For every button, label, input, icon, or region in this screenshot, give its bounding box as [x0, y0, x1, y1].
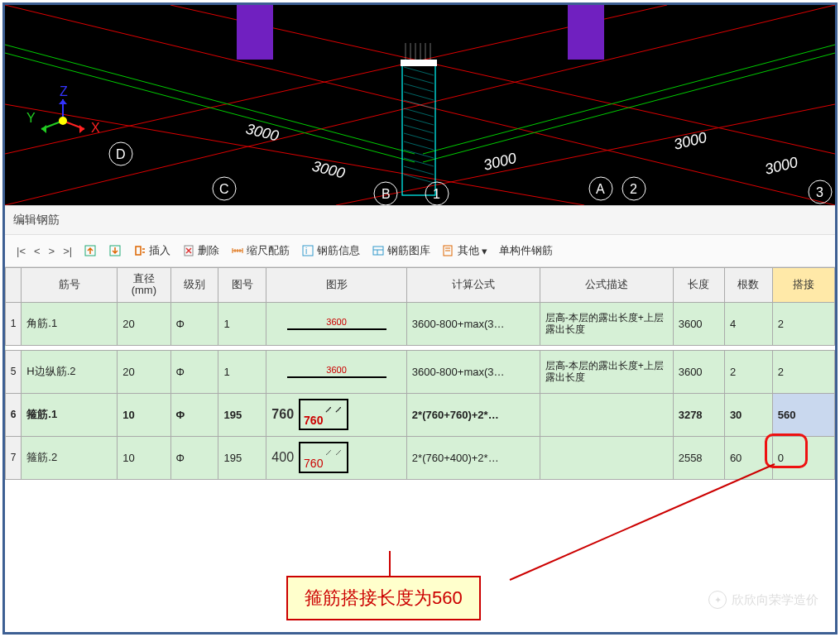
rebar-info-button[interactable]: i钢筋信息	[298, 242, 363, 260]
cell-name[interactable]: H边纵筋.2	[22, 350, 118, 393]
svg-rect-27	[401, 60, 437, 66]
row-number: 6	[6, 393, 22, 436]
svg-line-8	[423, 45, 835, 154]
import-down-icon[interactable]	[105, 242, 125, 259]
cell-lap[interactable]: 560	[772, 393, 834, 436]
cell-formula[interactable]: 2*(760+400)+2*…	[406, 436, 540, 479]
cell-grade[interactable]: Φ	[170, 436, 218, 479]
cell-qty[interactable]: 4	[724, 302, 772, 345]
annotation-callout: 箍筋搭接长度为560	[286, 576, 481, 620]
svg-line-16	[404, 92, 434, 100]
svg-line-13	[404, 67, 434, 75]
cell-grade[interactable]: Φ	[170, 302, 218, 345]
col-length[interactable]: 长度	[673, 268, 724, 303]
cell-qty[interactable]: 30	[724, 393, 772, 436]
cell-length[interactable]: 3600	[673, 350, 724, 393]
col-rownum	[6, 268, 22, 303]
cell-diameter[interactable]: 10	[118, 436, 170, 479]
svg-rect-11	[568, 5, 604, 60]
scale-rebar-button[interactable]: 缩尺配筋	[228, 242, 293, 260]
col-desc[interactable]: 公式描述	[540, 268, 673, 303]
svg-line-19	[404, 117, 434, 125]
nav-next[interactable]: >	[49, 245, 55, 257]
col-formula[interactable]: 计算公式	[406, 268, 540, 303]
table-row[interactable]: 1角筋.120Φ136003600-800+max(3…层高-本层的露出长度+上…	[6, 302, 835, 345]
other-button[interactable]: 其他 ▾	[439, 242, 491, 260]
cell-figno[interactable]: 195	[218, 393, 266, 436]
cell-figno[interactable]: 1	[218, 350, 266, 393]
row-number: 1	[6, 302, 22, 345]
cell-diameter[interactable]: 20	[118, 350, 170, 393]
col-qty[interactable]: 根数	[724, 268, 772, 303]
rebar-table: 筋号 直径(mm) 级别 图号 图形 计算公式 公式描述 长度 根数 搭接 1角…	[5, 267, 835, 480]
col-shape[interactable]: 图形	[266, 268, 407, 303]
svg-marker-37	[41, 125, 46, 133]
svg-line-15	[404, 84, 434, 92]
col-name[interactable]: 筋号	[22, 268, 118, 303]
svg-rect-65	[373, 247, 383, 255]
svg-line-25	[404, 166, 434, 175]
cell-formula[interactable]: 2*(760+760)+2*…	[406, 393, 540, 436]
svg-text:i: i	[305, 247, 307, 256]
cell-lap[interactable]: 2	[772, 350, 834, 393]
svg-line-18	[404, 108, 434, 117]
nav-first[interactable]: |<	[17, 245, 26, 257]
cell-diameter[interactable]: 20	[118, 302, 170, 345]
cell-desc[interactable]	[540, 393, 673, 436]
cell-diameter[interactable]: 10	[118, 393, 170, 436]
cell-formula[interactable]: 3600-800+max(3…	[406, 350, 540, 393]
cell-shape[interactable]: 3600	[266, 302, 407, 345]
cell-formula[interactable]: 3600-800+max(3…	[406, 302, 540, 345]
svg-line-24	[404, 158, 434, 166]
svg-line-17	[404, 100, 434, 108]
svg-line-6	[5, 45, 415, 154]
svg-line-21	[404, 133, 434, 141]
svg-text:D: D	[116, 147, 126, 161]
cell-name[interactable]: 角筋.1	[22, 302, 118, 345]
svg-text:2: 2	[630, 182, 637, 196]
rebar-library-button[interactable]: 钢筋图库	[368, 242, 434, 260]
col-grade[interactable]: 级别	[170, 268, 218, 303]
nav-prev[interactable]: <	[34, 245, 41, 257]
chevron-down-icon: ▾	[482, 245, 487, 257]
nav-last[interactable]: >|	[63, 245, 72, 257]
cell-grade[interactable]: Φ	[170, 393, 218, 436]
single-component-button[interactable]: 单构件钢筋	[496, 242, 556, 260]
delete-button[interactable]: 删除	[179, 242, 223, 260]
cell-shape[interactable]: 3600	[266, 350, 407, 393]
table-row[interactable]: 6箍筋.110Φ195760760⟋⟋2*(760+760)+2*…327830…	[6, 393, 835, 436]
highlight-ring	[765, 433, 808, 468]
insert-button[interactable]: 插入	[130, 242, 174, 260]
svg-rect-63	[303, 246, 313, 256]
table-row[interactable]: 7箍筋.210Φ195400760⟋⟋2*(760+400)+2*…255860…	[6, 436, 835, 479]
svg-point-40	[59, 117, 67, 125]
row-number: 7	[6, 436, 22, 479]
model-viewport[interactable]: X Y Z D C B 1 A 2 3 3000	[5, 5, 835, 205]
cell-name[interactable]: 箍筋.2	[22, 436, 118, 479]
cell-length[interactable]: 3600	[673, 302, 724, 345]
cell-shape[interactable]: 760760⟋⟋	[266, 393, 407, 436]
cell-desc[interactable]	[540, 436, 673, 479]
watermark: ✦ 欣欣向荣学造价	[708, 591, 818, 609]
table-row[interactable]: 5H边纵筋.220Φ136003600-800+max(3…层高-本层的露出长度…	[6, 350, 835, 393]
cell-length[interactable]: 3278	[673, 393, 724, 436]
cell-length[interactable]: 2558	[673, 436, 724, 479]
svg-line-7	[5, 53, 415, 162]
cell-lap[interactable]: 2	[772, 302, 834, 345]
svg-marker-35	[79, 125, 84, 133]
toolbar: |< < > >| 插入 删除 缩尺配筋 i钢筋信息 钢筋图库 其他 ▾ 单构件…	[5, 235, 835, 267]
cell-figno[interactable]: 195	[218, 436, 266, 479]
cell-name[interactable]: 箍筋.1	[22, 393, 118, 436]
cell-desc[interactable]: 层高-本层的露出长度+上层露出长度	[540, 302, 673, 345]
cell-shape[interactable]: 400760⟋⟋	[266, 436, 407, 479]
cell-desc[interactable]: 层高-本层的露出长度+上层露出长度	[540, 350, 673, 393]
import-up-icon[interactable]	[80, 242, 100, 259]
col-figno[interactable]: 图号	[218, 268, 266, 303]
svg-text:A: A	[596, 182, 605, 196]
col-diameter[interactable]: 直径(mm)	[118, 268, 170, 303]
cell-figno[interactable]: 1	[218, 302, 266, 345]
cell-grade[interactable]: Φ	[170, 350, 218, 393]
svg-text:3000: 3000	[310, 157, 347, 181]
col-lap[interactable]: 搭接	[772, 268, 834, 303]
cell-qty[interactable]: 2	[724, 350, 772, 393]
